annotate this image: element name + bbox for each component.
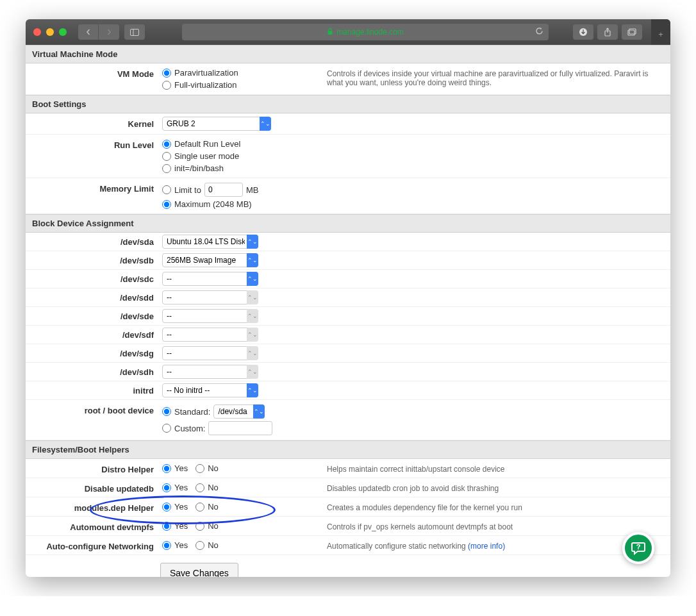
back-button[interactable] xyxy=(78,24,99,40)
more-info-link[interactable]: (more info) xyxy=(468,542,505,551)
helper-no-radio[interactable] xyxy=(195,503,204,512)
save-changes-button[interactable]: Save Changes xyxy=(160,563,238,577)
helper-label: Disable updatedb xyxy=(26,481,160,494)
root-custom-input[interactable] xyxy=(208,421,272,435)
helper-desc: Controls if pv_ops kernels automount dev… xyxy=(320,520,670,531)
memory-limit-input[interactable] xyxy=(204,183,243,197)
row-helper-4: Auto-configure Networking Yes No Automat… xyxy=(26,536,670,555)
svg-rect-0 xyxy=(131,29,139,35)
vm-mode-paravirt-radio[interactable] xyxy=(162,69,171,78)
helper-no-radio[interactable] xyxy=(195,483,204,492)
helper-no-radio[interactable] xyxy=(195,541,204,550)
initrd-label: initrd xyxy=(26,383,160,395)
svg-text:?: ? xyxy=(636,543,641,551)
run-level-single-radio[interactable] xyxy=(162,152,171,161)
help-chat-button[interactable]: ? xyxy=(622,532,654,564)
helper-label: modules.dep Helper xyxy=(26,501,160,513)
helper-no[interactable]: No xyxy=(195,462,219,474)
root-standard-radio[interactable] xyxy=(162,407,171,416)
run-level-init[interactable]: init=/bin/bash xyxy=(162,162,320,174)
kernel-select[interactable]: GRUB 2 xyxy=(162,117,271,131)
device-select-0[interactable]: Ubuntu 18.04 LTS Disk xyxy=(162,235,258,249)
device-select-4[interactable]: -- xyxy=(162,309,258,323)
row-device-3: /dev/sdd -- ⌃⌄ xyxy=(26,288,670,307)
svg-rect-2 xyxy=(328,31,333,35)
memory-limit-to[interactable]: Limit to MB xyxy=(162,181,320,198)
row-kernel: Kernel GRUB 2 ⌃⌄ xyxy=(26,113,670,135)
helper-yes[interactable]: Yes xyxy=(162,539,188,551)
device-select-5[interactable]: -- xyxy=(162,328,258,342)
memory-limit-max-radio[interactable] xyxy=(162,200,171,209)
helper-no-radio[interactable] xyxy=(195,522,204,531)
memory-limit-to-radio[interactable] xyxy=(162,185,171,194)
device-select-1[interactable]: 256MB Swap Image xyxy=(162,253,258,267)
root-standard-select[interactable]: /dev/sda xyxy=(213,404,265,419)
row-device-2: /dev/sdc -- ⌃⌄ xyxy=(26,270,670,288)
root-custom[interactable]: Custom: xyxy=(162,420,320,437)
run-level-label: Run Level xyxy=(26,138,160,150)
helper-yes[interactable]: Yes xyxy=(162,520,188,532)
helper-no-radio[interactable] xyxy=(195,464,204,473)
refresh-icon[interactable] xyxy=(535,27,543,37)
helper-yes-radio[interactable] xyxy=(162,483,171,492)
helper-no[interactable]: No xyxy=(195,481,219,494)
row-device-4: /dev/sde -- ⌃⌄ xyxy=(26,307,670,326)
run-level-default-radio[interactable] xyxy=(162,140,171,149)
memory-limit-label: Memory Limit xyxy=(26,181,160,194)
device-select-2[interactable]: -- xyxy=(162,272,258,286)
lock-icon xyxy=(327,28,333,37)
sidebar-toggle-button[interactable] xyxy=(124,24,145,40)
row-device-7: /dev/sdh -- ⌃⌄ xyxy=(26,363,670,381)
device-label: /dev/sdf xyxy=(26,328,160,340)
run-level-single[interactable]: Single user mode xyxy=(162,150,320,162)
section-helpers-header: Filesystem/Boot Helpers xyxy=(26,440,670,459)
helper-desc: Helps maintain correct inittab/upstart c… xyxy=(320,462,670,474)
close-window-button[interactable] xyxy=(33,28,41,36)
url-text: manage.linode.com xyxy=(336,28,404,37)
helper-label: Auto-configure Networking xyxy=(26,539,160,551)
browser-window: manage.linode.com + Virtual Machine Mode… xyxy=(26,19,670,577)
maximize-window-button[interactable] xyxy=(59,28,67,36)
vm-mode-full-radio[interactable] xyxy=(162,81,171,90)
browser-title-bar: manage.linode.com + xyxy=(26,19,670,45)
helper-yes-radio[interactable] xyxy=(162,503,171,512)
helper-desc: Automatically configure static networkin… xyxy=(320,539,670,551)
initrd-select[interactable]: -- No initrd -- xyxy=(162,383,258,397)
helper-yes-radio[interactable] xyxy=(162,541,171,550)
helper-yes[interactable]: Yes xyxy=(162,501,188,513)
helper-desc: Disables updatedb cron job to avoid disk… xyxy=(320,481,670,493)
vm-mode-paravirt[interactable]: Paravirtualization xyxy=(162,67,320,79)
device-label: /dev/sde xyxy=(26,309,160,321)
root-device-label: root / boot device xyxy=(26,403,160,415)
device-label: /dev/sda xyxy=(26,235,160,247)
share-button[interactable] xyxy=(597,24,618,40)
minimize-window-button[interactable] xyxy=(46,28,54,36)
helper-yes[interactable]: Yes xyxy=(162,481,188,494)
helper-desc: Creates a modules dependency file for th… xyxy=(320,501,670,512)
row-device-1: /dev/sdb 256MB Swap Image ⌃⌄ xyxy=(26,251,670,270)
helper-yes-radio[interactable] xyxy=(162,464,171,473)
helper-yes-radio[interactable] xyxy=(162,522,171,531)
device-select-7[interactable]: -- xyxy=(162,365,258,379)
forward-button[interactable] xyxy=(99,24,119,40)
run-level-init-radio[interactable] xyxy=(162,164,171,173)
downloads-button[interactable] xyxy=(573,24,593,40)
helper-no[interactable]: No xyxy=(195,501,219,513)
url-bar[interactable]: manage.linode.com xyxy=(182,24,549,40)
row-run-level: Run Level Default Run Level Single user … xyxy=(26,135,670,178)
row-initrd: initrd -- No initrd -- ⌃⌄ xyxy=(26,381,670,400)
root-standard[interactable]: Standard: /dev/sda ⌃⌄ xyxy=(162,403,320,420)
helper-no[interactable]: No xyxy=(195,520,219,532)
device-select-6[interactable]: -- xyxy=(162,346,258,360)
kernel-label: Kernel xyxy=(26,117,160,129)
root-custom-radio[interactable] xyxy=(162,424,171,433)
run-level-default[interactable]: Default Run Level xyxy=(162,138,320,150)
right-toolbar xyxy=(573,24,642,40)
vm-mode-full[interactable]: Full-virtualization xyxy=(162,79,320,91)
device-select-3[interactable]: -- xyxy=(162,290,258,304)
tabs-button[interactable] xyxy=(622,24,642,40)
memory-limit-max[interactable]: Maximum (2048 MB) xyxy=(162,198,320,210)
helper-no[interactable]: No xyxy=(195,539,219,551)
helper-label: Automount devtmpfs xyxy=(26,520,160,532)
helper-yes[interactable]: Yes xyxy=(162,462,188,474)
